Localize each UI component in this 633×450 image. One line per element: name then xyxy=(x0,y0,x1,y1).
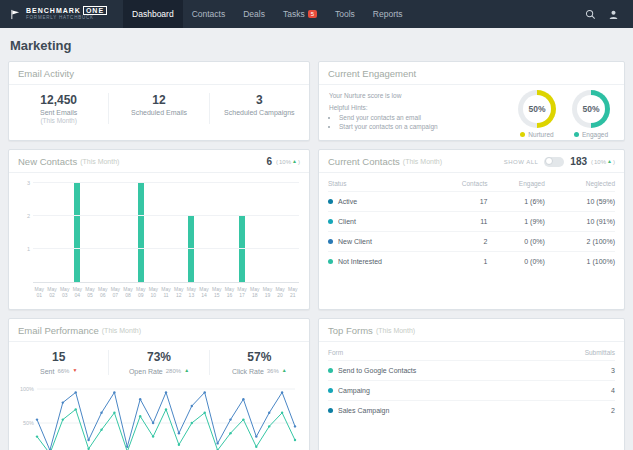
brand[interactable]: BENCHMARKONE FORMERLY HATCHBUCK xyxy=(0,7,117,21)
bar-column xyxy=(286,183,299,282)
nav-item-label: Dashboard xyxy=(132,9,174,19)
engagement-hints: Your Nurture score is low Helpful Hints:… xyxy=(319,85,518,138)
metric-total: 6 xyxy=(266,156,272,167)
new-contacts-xlabels: May 01May 02May 03May 04May 05May 06May … xyxy=(33,286,299,299)
bar-column xyxy=(46,183,59,282)
donut-engaged: 50%Engaged xyxy=(572,90,610,138)
bar-column xyxy=(172,183,185,282)
new-contacts-delta-arrow xyxy=(292,159,297,164)
stat-value: 3 xyxy=(214,93,305,107)
legend-label: Engaged xyxy=(582,131,608,138)
bar-column xyxy=(160,183,173,282)
bar xyxy=(138,183,144,282)
user-icon[interactable] xyxy=(608,9,619,20)
bar-column xyxy=(58,183,71,282)
new-contacts-header: New Contacts (This Month) 6 10% xyxy=(9,150,309,173)
brand-text: BENCHMARKONE FORMERLY HATCHBUCK xyxy=(26,7,107,21)
x-tick-label: May 05 xyxy=(84,286,97,299)
x-tick-label: May 09 xyxy=(134,286,147,299)
contacts-table-head: StatusContactsEngagedNeglected xyxy=(328,175,615,191)
current-contacts-card: Current Contacts (This Month) SHOW ALL 1… xyxy=(318,149,625,310)
card-title: Email Performance xyxy=(18,325,99,336)
y-tick-label: 2 xyxy=(19,213,30,219)
nurture-score-text: Your Nurture score is low xyxy=(329,91,512,101)
status-cell: Not Interested xyxy=(328,258,430,265)
form-row[interactable]: Send to Google Contacts3 xyxy=(328,360,615,380)
brand-name-secondary: ONE xyxy=(83,6,107,15)
current-contacts-delta-arrow xyxy=(607,159,612,164)
bar-column xyxy=(84,183,97,282)
top-forms-card: Top Forms (This Month) FormSubmittals Se… xyxy=(318,318,625,450)
stat-label: Scheduled Emails xyxy=(113,109,204,116)
top-nav: DashboardContactsDealsTasks5ToolsReports xyxy=(123,0,412,28)
form-row[interactable]: Campaing4 xyxy=(328,380,615,400)
nav-item-deals[interactable]: Deals xyxy=(234,0,274,28)
engaged-cell: 1 (6%) xyxy=(487,198,544,205)
column-header: Contacts xyxy=(430,180,487,187)
bar-column xyxy=(223,183,236,282)
x-tick-label: May 11 xyxy=(160,286,173,299)
nav-item-dashboard[interactable]: Dashboard xyxy=(123,0,183,28)
x-tick-label: May 17 xyxy=(236,286,249,299)
email-activity-header: Email Activity xyxy=(9,62,309,85)
bars xyxy=(33,183,299,282)
email-performance-stats: 15Sent66%73%Open Rate280%57%Click Rate36… xyxy=(9,342,309,379)
contacts-cell: 1 xyxy=(430,258,487,265)
form-value: 4 xyxy=(533,387,615,394)
status-cell: Active xyxy=(328,198,430,205)
column-header: Neglected xyxy=(545,180,615,187)
show-all-label: SHOW ALL xyxy=(504,159,539,165)
status-label: Client xyxy=(338,218,356,225)
donut-legend: Engaged xyxy=(572,131,610,138)
table-row: New Client20 (0%)2 (100%) xyxy=(328,231,615,251)
x-tick-label: May 14 xyxy=(198,286,211,299)
stat-value: 12,450 xyxy=(13,93,104,107)
nav-item-tools[interactable]: Tools xyxy=(326,0,364,28)
contacts-cell: 2 xyxy=(430,238,487,245)
column-header: Status xyxy=(328,180,430,187)
bar-column xyxy=(33,183,46,282)
current-engagement-body: Your Nurture score is low Helpful Hints:… xyxy=(319,85,624,138)
brand-name-primary: BENCHMARK xyxy=(26,7,81,14)
nav-item-label: Tools xyxy=(335,9,355,19)
x-tick-label: May 15 xyxy=(210,286,223,299)
bar-column xyxy=(210,183,223,282)
bar-column xyxy=(236,183,249,282)
metric-delta-value: 10% xyxy=(279,159,291,165)
search-icon[interactable] xyxy=(585,9,596,20)
current-engagement-header: Current Engagement xyxy=(319,62,624,85)
y-tick-label: 1 xyxy=(19,246,30,252)
legend-dot xyxy=(574,132,579,137)
nav-item-contacts[interactable]: Contacts xyxy=(183,0,235,28)
column-header-submittals: Submittals xyxy=(533,349,615,356)
nav-item-reports[interactable]: Reports xyxy=(364,0,412,28)
gridline xyxy=(33,215,299,216)
form-cell: Campaing xyxy=(328,387,533,394)
status-dot xyxy=(328,259,333,264)
stat-label: Open Rate xyxy=(129,368,163,375)
x-tick-label: May 07 xyxy=(109,286,122,299)
form-value: 2 xyxy=(533,407,615,414)
table-row: Active171 (6%)10 (59%) xyxy=(328,191,615,211)
stat-label-row: Sent66% xyxy=(13,366,104,375)
table-row: Not Interested10 (0%)1 (100%) xyxy=(328,251,615,271)
stat-delta: 36% xyxy=(267,368,279,374)
toggle-knob xyxy=(545,157,553,165)
show-all-toggle[interactable] xyxy=(544,157,564,167)
legend-label: Nurtured xyxy=(528,131,553,138)
status-label: Active xyxy=(338,198,357,205)
stat: 3Scheduled Campaigns xyxy=(209,93,309,124)
x-tick-label: May 01 xyxy=(33,286,46,299)
nav-item-tasks[interactable]: Tasks5 xyxy=(274,0,326,28)
form-value: 3 xyxy=(533,367,615,374)
top-bar: BENCHMARKONE FORMERLY HATCHBUCK Dashboar… xyxy=(0,0,633,28)
brand-name: BENCHMARKONE xyxy=(26,7,107,15)
donut-nurtured: 50%Nurtured xyxy=(518,90,556,138)
form-cell: Sales Campaign xyxy=(328,407,533,414)
bar-column xyxy=(147,183,160,282)
helpful-hints-title: Helpful Hints: xyxy=(329,103,512,113)
form-row[interactable]: Sales Campaign2 xyxy=(328,400,615,420)
x-tick-label: May 20 xyxy=(274,286,287,299)
up-arrow-icon xyxy=(184,368,189,373)
engaged-cell: 0 (0%) xyxy=(487,258,544,265)
